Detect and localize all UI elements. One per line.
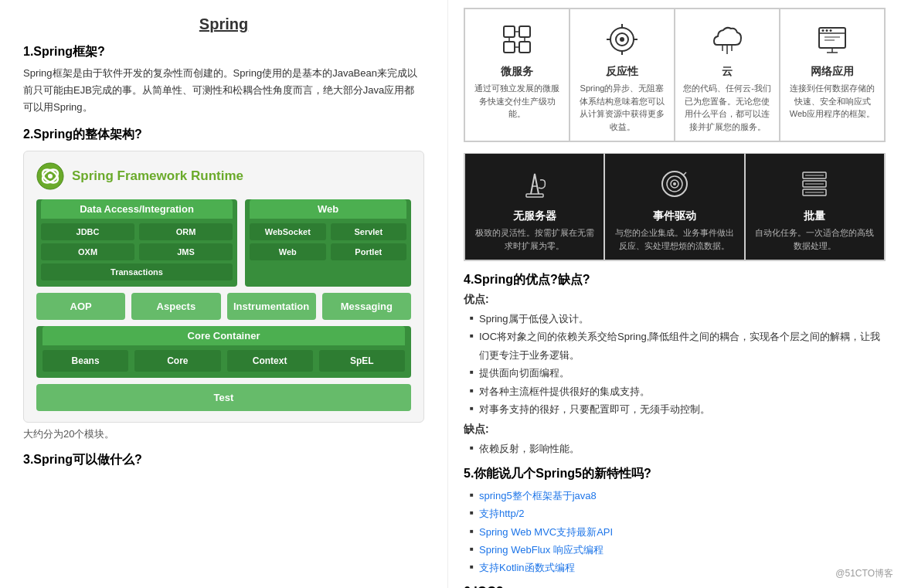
feature-cloud: 云 您的代码、任何云-我们已为您置备。无论您使用什么平台，都可以连接并扩展您的服… — [675, 8, 780, 141]
feature-event-driven: 事件驱动 与您的企业集成。业务事件做出反应、实处理想烦的流数据。 — [604, 153, 744, 260]
svg-point-24 — [822, 29, 824, 32]
fw-data-header: Data Access/Integration — [41, 199, 233, 219]
svg-point-37 — [673, 182, 676, 185]
fw-web-row2: Web Portlet — [250, 243, 406, 260]
svg-rect-5 — [519, 26, 530, 37]
spring5-list: spring5整个框架基于java8 支持http/2 Spring Web M… — [464, 487, 886, 577]
feature-reactive-desc: Spring的异步、无阻塞体系结构意味着您可以从计算资源中获得更多收益。 — [576, 82, 668, 133]
feature-webapp: 网络应用 连接到任何数据存储的快速、安全和响应式Web应用程序的框架。 — [780, 8, 885, 141]
feature-event-driven-name: 事件驱动 — [653, 209, 696, 223]
pro-item-1: IOC将对象之间的依赖关系交给Spring,降低组件之间的耦合，实现各个层之间的… — [470, 328, 886, 364]
svg-rect-7 — [519, 42, 530, 53]
fw-instrumentation: Instrumentation — [227, 293, 316, 320]
features-grid-row2: 无服务器 极致的灵活性。按需扩展在无需求时扩展为零。 事件驱动 与您的企业集成。… — [464, 153, 886, 261]
pro-item-3: 对各种主流框件提供很好的集成支持。 — [470, 382, 886, 400]
fw-web: Web — [250, 243, 325, 260]
fw-data-row1: JDBC ORM — [41, 223, 233, 240]
heading-spring-framework: 1.Spring框架? — [23, 44, 424, 60]
fw-spel: SpEL — [319, 350, 405, 372]
framework-diagram: Spring Framework Runtime Data Access/Int… — [23, 151, 424, 423]
fw-web-group: Web WebSocket Servlet Web Portlet — [245, 199, 411, 287]
spring5-item-4: 支持Kotlin函数式编程 — [470, 559, 886, 576]
left-panel: Spring 1.Spring框架? Spring框架是由于软件开发的复杂性而创… — [0, 0, 448, 588]
svg-rect-6 — [504, 42, 515, 53]
spring-logo-icon — [36, 162, 64, 190]
serverless-icon — [515, 165, 554, 203]
spring5-item-0: spring5整个框架基于java8 — [470, 487, 886, 505]
fw-transactions: Transactions — [41, 263, 233, 280]
module-count: 大约分为20个模块。 — [23, 427, 424, 441]
fw-orm: ORM — [139, 223, 233, 240]
fw-data-row2: OXM JMS — [41, 243, 233, 260]
heading-what-can-spring-do: 3.Spring可以做什么? — [23, 452, 424, 468]
fw-messaging: Messaging — [322, 293, 411, 320]
fw-beans: Beans — [42, 350, 128, 372]
event-driven-icon — [655, 165, 694, 203]
svg-point-14 — [620, 37, 624, 42]
fw-title-row: Spring Framework Runtime — [36, 162, 411, 190]
pro-item-0: Spring属于低侵入设计。 — [470, 310, 886, 328]
feature-microservices-desc: 通过可独立发展的微服务快速交付生产级功能。 — [471, 82, 563, 121]
svg-line-38 — [683, 172, 686, 175]
feature-batch: 批量 自动化任务。一次适合您的高线数据处理。 — [745, 153, 885, 260]
feature-batch-name: 批量 — [804, 209, 825, 223]
feature-event-driven-desc: 与您的企业集成。业务事件做出反应、实处理想烦的流数据。 — [611, 226, 737, 252]
watermark: @51CTO博客 — [835, 567, 893, 580]
cloud-icon — [708, 20, 746, 59]
batch-icon — [795, 165, 834, 203]
fw-core-row: Beans Core Context SpEL — [42, 350, 405, 372]
fw-test: Test — [36, 384, 411, 411]
fw-oxm: OXM — [41, 243, 134, 260]
spring5-item-1: 支持http/2 — [470, 505, 886, 522]
fw-title: Spring Framework Runtime — [72, 168, 243, 184]
con-item-0: 依赖反射，影响性能。 — [470, 440, 886, 457]
heading-architecture: 2.Spring的整体架构? — [23, 127, 424, 143]
feature-batch-desc: 自动化任务。一次适合您的高线数据处理。 — [752, 226, 878, 252]
feature-cloud-name: 云 — [722, 65, 733, 79]
pros-label: 优点: — [464, 293, 886, 307]
cons-label: 缺点: — [464, 423, 886, 437]
svg-rect-4 — [504, 26, 515, 37]
spring5-item-2: Spring Web MVC支持最新API — [470, 523, 886, 541]
intro-text: Spring框架是由于软件开发的复杂性而创建的。Spring使用的是基本的Jav… — [23, 65, 424, 116]
fw-core-header: Core Container — [42, 326, 405, 345]
fw-websocket: WebSocket — [250, 223, 325, 240]
fw-portlet: Portlet — [331, 243, 406, 260]
heading-ioc: 6.IOC? — [464, 585, 886, 588]
pros-list: Spring属于低侵入设计。 IOC将对象之间的依赖关系交给Spring,降低组… — [464, 310, 886, 418]
cons-list: 依赖反射，影响性能。 — [464, 440, 886, 457]
svg-rect-33 — [526, 194, 543, 197]
features-grid-row1: 微服务 通过可独立发展的微服务快速交付生产级功能。 反应性 Spring的异步、… — [464, 8, 886, 142]
right-panel: 微服务 通过可独立发展的微服务快速交付生产级功能。 反应性 Spring的异步、… — [448, 0, 901, 588]
fw-servlet: Servlet — [331, 223, 406, 240]
reactive-icon — [603, 20, 641, 59]
fw-jdbc: JDBC — [41, 223, 134, 240]
fw-web-row1: WebSocket Servlet — [250, 223, 406, 240]
fw-core-container: Core Container Beans Core Context SpEL — [36, 326, 411, 378]
svg-point-25 — [826, 29, 828, 32]
pro-item-2: 提供面向切面编程。 — [470, 364, 886, 382]
feature-serverless-name: 无服务器 — [513, 209, 556, 223]
pro-item-4: 对事务支持的很好，只要配置即可，无须手动控制。 — [470, 400, 886, 418]
feature-reactive: 反应性 Spring的异步、无阻塞体系结构意味着您可以从计算资源中获得更多收益。 — [570, 8, 675, 141]
webapp-icon — [813, 20, 852, 59]
fw-middle-row: AOP Aspects Instrumentation Messaging — [36, 293, 411, 320]
feature-serverless-desc: 极致的灵活性。按需扩展在无需求时扩展为零。 — [471, 226, 597, 252]
feature-microservices: 微服务 通过可独立发展的微服务快速交付生产级功能。 — [464, 8, 570, 141]
microservices-icon — [498, 20, 536, 59]
spring5-item-3: Spring WebFlux 响应式编程 — [470, 541, 886, 559]
fw-context: Context — [227, 350, 313, 372]
fw-core: Core — [134, 350, 220, 372]
fw-data-group: Data Access/Integration JDBC ORM OXM JMS… — [36, 199, 237, 287]
fw-aop: AOP — [36, 293, 125, 320]
fw-web-header: Web — [250, 199, 406, 219]
feature-microservices-name: 微服务 — [501, 65, 533, 79]
page-title: Spring — [23, 15, 424, 33]
svg-point-26 — [830, 29, 832, 32]
feature-cloud-desc: 您的代码、任何云-我们已为您置备。无论您使用什么平台，都可以连接并扩展您的服务。 — [682, 82, 773, 133]
fw-jms: JMS — [139, 243, 233, 260]
feature-webapp-desc: 连接到任何数据存储的快速、安全和响应式Web应用程序的框架。 — [787, 82, 878, 121]
feature-reactive-name: 反应性 — [606, 65, 638, 79]
heading-spring5: 5.你能说几个Spring5的新特性吗? — [464, 466, 886, 482]
feature-serverless: 无服务器 极致的灵活性。按需扩展在无需求时扩展为零。 — [464, 153, 604, 260]
